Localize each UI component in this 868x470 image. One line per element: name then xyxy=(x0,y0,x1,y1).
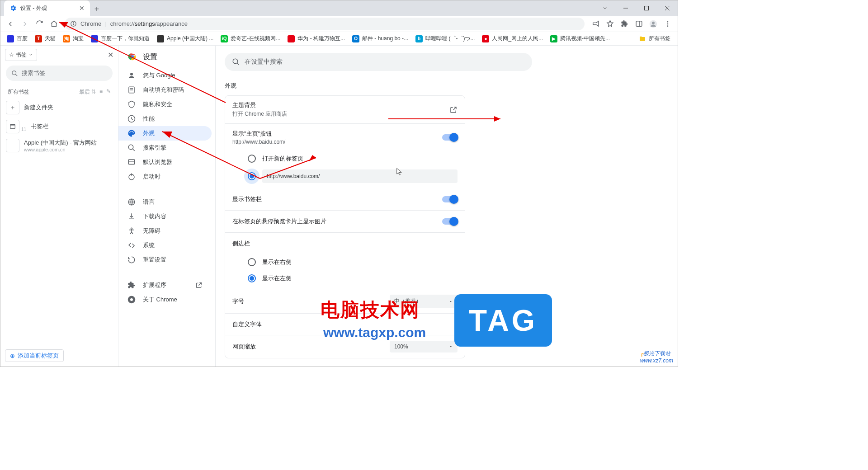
back-button[interactable] xyxy=(4,18,17,30)
nav-performance[interactable]: 性能 xyxy=(118,112,212,126)
nav-you-and-google[interactable]: 您与 Google xyxy=(118,68,212,83)
bookmark-entry-apple[interactable]: Apple (中国大陆) - 官方网站 www.apple.com.cn xyxy=(0,136,118,155)
hover-preview-toggle[interactable] xyxy=(442,218,458,225)
nav-languages[interactable]: 语言 xyxy=(118,195,212,209)
reload-button[interactable] xyxy=(33,18,46,30)
settings-main: 在设置中搜索 外观 主题背景 打开 Chrome 应用商店 xyxy=(216,46,678,367)
bookmarks-bar: 百度 T天猫 淘淘宝 百度一下，你就知道 Apple (中国大陆) ... iQ… xyxy=(0,32,678,46)
all-bookmarks-button[interactable]: 所有书签 xyxy=(635,35,674,42)
edit-icon[interactable]: ✎ xyxy=(106,88,111,96)
browser-tab[interactable]: 设置 - 外观 ✕ xyxy=(4,0,90,16)
bookmark-star-icon[interactable] xyxy=(604,18,616,30)
settings-search[interactable]: 在设置中搜索 xyxy=(225,53,532,71)
tab-title: 设置 - 外观 xyxy=(20,5,75,12)
share-icon[interactable] xyxy=(589,18,602,30)
nav-accessibility[interactable]: 无障碍 xyxy=(118,224,212,238)
extensions-icon[interactable] xyxy=(618,18,631,30)
sidebar-header-row: 侧边栏 xyxy=(225,232,465,254)
settings-title: 设置 xyxy=(118,52,215,68)
show-bookmarks-row: 显示书签栏 xyxy=(225,188,465,210)
nav-about-chrome[interactable]: 关于 Chrome xyxy=(118,292,212,307)
folder-icon xyxy=(639,35,646,42)
home-button-toggle[interactable] xyxy=(442,134,458,141)
chrome-logo-icon xyxy=(127,52,137,62)
radio-icon xyxy=(248,155,256,163)
window: 设置 - 外观 ✕ + Chrome | chrome://settings/a… xyxy=(0,0,678,367)
watermark-tag: TAG xyxy=(454,294,552,347)
profile-icon[interactable] xyxy=(647,18,660,30)
forward-button[interactable] xyxy=(19,18,31,30)
menu-icon[interactable] xyxy=(661,18,674,30)
svg-rect-16 xyxy=(10,124,15,128)
bookmark-item[interactable]: ▶腾讯视频-中国领先... xyxy=(547,33,613,45)
corner-watermark: ╭极光下载站www.xz7.com xyxy=(640,350,673,364)
maximize-button[interactable] xyxy=(636,0,657,16)
bookmark-item[interactable]: 百度 xyxy=(4,33,30,45)
chevron-down-icon xyxy=(28,52,33,57)
search-icon xyxy=(11,70,18,77)
nav-default-browser[interactable]: 默认浏览器 xyxy=(118,155,212,169)
sidebar-left-radio[interactable]: 显示在左侧 xyxy=(225,270,465,287)
new-folder-row[interactable]: + 新建文件夹 xyxy=(0,98,118,117)
close-button[interactable] xyxy=(657,0,678,16)
bookmark-item[interactable]: T天猫 xyxy=(32,33,58,45)
home-button[interactable] xyxy=(47,18,60,30)
theme-row[interactable]: 主题背景 打开 Chrome 应用商店 xyxy=(225,96,465,123)
svg-line-15 xyxy=(15,74,17,76)
page-zoom-select[interactable]: 100% xyxy=(390,341,458,352)
omnibox[interactable]: Chrome | chrome://settings/appearance xyxy=(65,18,585,30)
add-current-tab-button[interactable]: ⊕ 添加当前标签页 xyxy=(5,349,64,362)
tab-close-icon[interactable]: ✕ xyxy=(79,5,85,12)
bookmark-item[interactable]: 华为 - 构建万物互... xyxy=(285,33,348,45)
svg-line-25 xyxy=(132,149,135,151)
watermark-url: www.tagxp.com xyxy=(323,325,426,340)
bookmarks-bar-folder[interactable]: 11 书签栏 xyxy=(0,117,118,136)
nav-on-startup[interactable]: 启动时 xyxy=(118,169,212,184)
svg-point-19 xyxy=(131,56,134,58)
svg-point-12 xyxy=(667,23,669,24)
bookmark-item[interactable]: O邮件 - huang bo -... xyxy=(349,33,411,45)
nav-appearance[interactable]: 外观 xyxy=(118,126,212,141)
bookmark-item[interactable]: ●人民网_网上的人民... xyxy=(479,33,546,45)
all-bookmarks-label: 所有书签 xyxy=(8,88,29,96)
caret-down-icon[interactable] xyxy=(594,0,615,16)
side-panel-icon[interactable] xyxy=(632,18,645,30)
bookmark-item[interactable]: 淘淘宝 xyxy=(60,33,86,45)
show-bookmarks-toggle[interactable] xyxy=(442,196,458,202)
window-controls xyxy=(594,0,678,16)
bookmark-item[interactable]: Apple (中国大陆) ... xyxy=(154,33,216,45)
panel-close-icon[interactable]: ✕ xyxy=(108,51,113,59)
bookmark-item[interactable]: 百度一下，你就知道 xyxy=(88,33,152,45)
bookmarks-search[interactable]: 搜索书签 xyxy=(6,66,113,81)
sidebar-right-radio[interactable]: 显示在右侧 xyxy=(225,254,465,270)
filter-icon[interactable]: ≡ xyxy=(99,88,103,96)
nav-downloads[interactable]: 下载内容 xyxy=(118,209,212,224)
svg-point-20 xyxy=(130,73,133,75)
nav-autofill[interactable]: 自动填充和密码 xyxy=(118,83,212,97)
sort-button[interactable]: 最后 ⇅ xyxy=(79,88,96,96)
omnibox-host: Chrome xyxy=(80,20,101,27)
home-radio-new-tab[interactable]: 打开新的标签页 xyxy=(225,150,465,167)
cursor-icon xyxy=(396,168,403,176)
minimize-button[interactable] xyxy=(615,0,636,16)
nav-system[interactable]: 系统 xyxy=(118,238,212,253)
svg-point-11 xyxy=(667,21,669,23)
panel-icon xyxy=(6,120,19,133)
apple-icon xyxy=(6,139,19,152)
nav-privacy[interactable]: 隐私和安全 xyxy=(118,97,212,112)
nav-reset[interactable]: 重置设置 xyxy=(118,253,212,267)
home-button-row: 显示"主页"按钮 http://www.baidu.com/ xyxy=(225,124,465,150)
home-radio-url[interactable]: http://www.baidu.com/ xyxy=(225,167,465,186)
home-url-input[interactable]: http://www.baidu.com/ xyxy=(262,169,458,183)
new-tab-button[interactable]: + xyxy=(90,2,104,16)
toolbar: Chrome | chrome://settings/appearance xyxy=(0,16,678,32)
titlebar: 设置 - 外观 ✕ + xyxy=(0,0,678,16)
bookmark-item[interactable]: b哔哩哔哩 (゜-゜)つ... xyxy=(413,33,477,45)
nav-search-engine[interactable]: 搜索引擎 xyxy=(118,141,212,155)
settings-nav: 设置 您与 Google 自动填充和密码 隐私和安全 性能 外观 搜索引擎 默认… xyxy=(118,46,216,367)
bookmark-item[interactable]: iQ爱奇艺-在线视频网... xyxy=(218,33,283,45)
bookmarks-dropdown[interactable]: ☆ 书签 xyxy=(5,49,37,61)
nav-extensions[interactable]: 扩展程序 xyxy=(118,278,212,292)
star-icon: ☆ xyxy=(9,52,14,58)
svg-line-35 xyxy=(237,63,239,65)
